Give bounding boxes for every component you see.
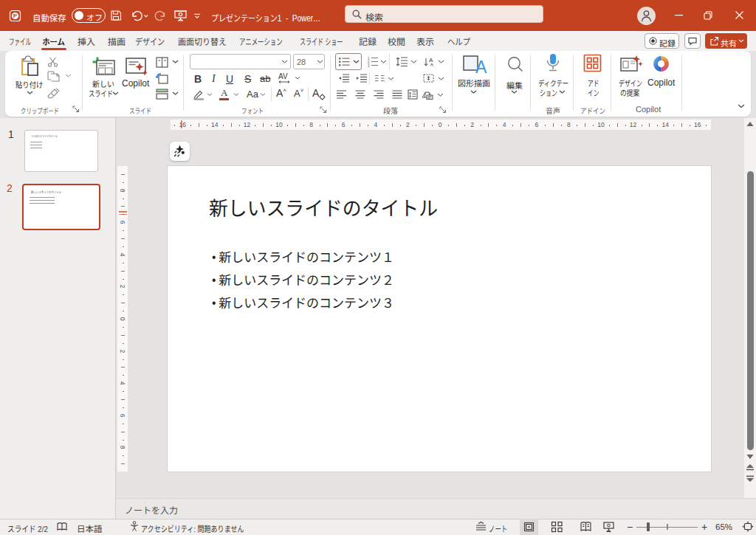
svg-text:P: P — [13, 13, 18, 19]
svg-text:A: A — [429, 57, 433, 63]
svg-text:AV: AV — [278, 72, 288, 80]
svg-text:A: A — [475, 58, 487, 77]
